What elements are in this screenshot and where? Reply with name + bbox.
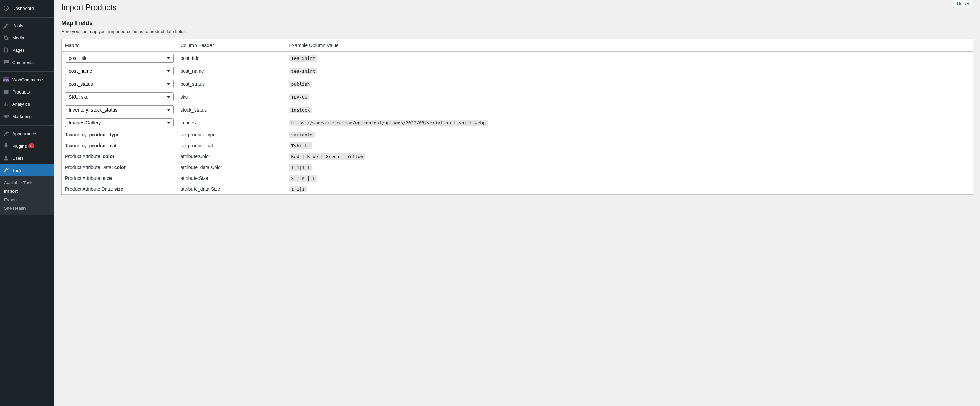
- column-header-cell: stock_status: [177, 103, 286, 116]
- map-fields-table: Map to Column Header Example Column Valu…: [61, 39, 973, 195]
- sidebar-item-media[interactable]: Media: [0, 32, 54, 44]
- column-header-cell: post_title: [177, 52, 286, 65]
- example-value: S | M | L: [290, 175, 317, 182]
- sidebar-item-marketing[interactable]: Marketing: [0, 110, 54, 123]
- map-to-select[interactable]: post_title: [65, 54, 174, 62]
- map-to-static-label: Product Attribute: size: [65, 175, 174, 182]
- sidebar-item-label: Tools: [12, 168, 22, 173]
- table-row: post_statuspost_statuspublish: [62, 78, 973, 91]
- sidebar-item-woocommerce[interactable]: woo WooCommerce: [0, 73, 54, 86]
- sidebar-separator: [0, 124, 54, 126]
- brush-icon: [3, 130, 10, 137]
- megaphone-icon: [3, 113, 10, 120]
- sidebar-item-pages[interactable]: Pages: [0, 44, 54, 56]
- sidebar-separator: [0, 16, 54, 18]
- sidebar-item-dashboard[interactable]: Dashboard: [0, 2, 54, 14]
- sub-item-import[interactable]: Import: [0, 187, 54, 196]
- sidebar-item-label: Users: [12, 156, 24, 161]
- page-icon: [3, 46, 10, 53]
- table-row: Inventory: stock_statusstock_statusinsto…: [62, 103, 973, 116]
- sidebar-item-appearance[interactable]: Appearance: [0, 127, 54, 140]
- sub-item-available-tools[interactable]: Available Tools: [0, 178, 54, 187]
- main-content: Help ▾ Import Products Map Fields Here y…: [54, 0, 980, 406]
- map-to-select[interactable]: post_name: [65, 67, 174, 75]
- column-header-cell: sku: [177, 91, 286, 103]
- map-to-select[interactable]: Inventory: stock_status: [65, 105, 174, 114]
- sidebar-submenu-tools: Available Tools Import Export Site Healt…: [0, 177, 54, 215]
- column-header-cell: attribute:Size: [177, 173, 286, 184]
- sidebar-item-plugins[interactable]: Plugins 6: [0, 140, 54, 152]
- wrench-icon: [3, 167, 10, 174]
- example-value: variable: [290, 132, 315, 138]
- th-column-header: Column Header: [177, 39, 286, 52]
- sidebar-item-label: Media: [12, 35, 24, 40]
- map-to-static-label: Taxonomy: product_cat: [65, 142, 174, 149]
- sidebar-item-label: WooCommerce: [12, 77, 43, 82]
- dashboard-icon: [3, 5, 10, 11]
- sidebar-item-analytics[interactable]: Analytics: [0, 98, 54, 110]
- example-value: 1|1|1|1: [290, 164, 312, 171]
- plug-icon: [3, 142, 10, 149]
- example-value: TEA-OG: [290, 94, 309, 100]
- column-header-cell: images: [177, 116, 286, 129]
- comment-icon: [3, 59, 10, 65]
- map-to-static-label: Product Attribute: color: [65, 153, 174, 160]
- column-header-cell: attribute:Color: [177, 151, 286, 162]
- help-button[interactable]: Help ▾: [953, 0, 973, 8]
- table-row: Product Attribute: colorattribute:ColorR…: [62, 151, 973, 162]
- user-icon: [3, 155, 10, 161]
- page-title: Import Products: [61, 0, 973, 14]
- sidebar-item-users[interactable]: Users: [0, 152, 54, 164]
- example-value: https://woocommerce.com/wp-content/uploa…: [290, 120, 488, 126]
- sidebar-item-label: Posts: [12, 23, 24, 28]
- th-map-to: Map to: [62, 39, 177, 52]
- sub-item-site-health[interactable]: Site Health: [0, 204, 54, 213]
- archive-icon: [3, 88, 10, 95]
- map-to-select[interactable]: Images/Gallery: [65, 118, 174, 127]
- table-row: post_titlepost_titleTea Shirt: [62, 52, 973, 65]
- th-example: Example Column Value: [286, 39, 973, 52]
- table-row: Product Attribute Data: sizeattribute_da…: [62, 184, 973, 195]
- column-header-cell: post_status: [177, 78, 286, 91]
- sidebar-item-tools[interactable]: Tools: [0, 164, 54, 177]
- example-value: Tshirts: [290, 142, 312, 149]
- table-row: Images/Galleryimageshttps://woocommerce.…: [62, 116, 973, 129]
- map-to-static-label: Product Attribute Data: size: [65, 186, 174, 193]
- section-description: Here you can map your imported columns t…: [61, 29, 973, 34]
- map-to-select[interactable]: SKU: sku: [65, 92, 174, 101]
- media-icon: [3, 34, 10, 41]
- table-row: post_namepost_nametea-shirt: [62, 65, 973, 78]
- sidebar-item-comments[interactable]: Comments: [0, 56, 54, 68]
- sidebar-item-label: Analytics: [12, 102, 30, 107]
- sidebar-item-label: Dashboard: [12, 6, 34, 11]
- map-to-select[interactable]: post_status: [65, 80, 174, 88]
- column-header-cell: post_name: [177, 65, 286, 78]
- table-row: SKU: skuskuTEA-OG: [62, 91, 973, 103]
- example-value: instock: [290, 107, 312, 113]
- sidebar-separator: [0, 70, 54, 72]
- sidebar-item-label: Pages: [12, 48, 25, 53]
- sidebar-item-posts[interactable]: Posts: [0, 19, 54, 32]
- table-row: Product Attribute Data: colorattribute_d…: [62, 162, 973, 173]
- pin-icon: [3, 22, 10, 29]
- column-header-cell: attribute_data:Size: [177, 184, 286, 195]
- sidebar-item-label: Marketing: [12, 114, 32, 119]
- sidebar-item-label: Comments: [12, 60, 33, 65]
- table-row: Taxonomy: product_typetax:product_typeva…: [62, 129, 973, 140]
- table-row: Product Attribute: sizeattribute:SizeS |…: [62, 173, 973, 184]
- sub-item-export[interactable]: Export: [0, 196, 54, 204]
- column-header-cell: attribute_data:Color: [177, 162, 286, 173]
- example-value: Red | Blue | Green | Yellow: [290, 153, 365, 160]
- sidebar-item-label: Appearance: [12, 131, 36, 136]
- sidebar-item-products[interactable]: Products: [0, 86, 54, 98]
- admin-sidebar: Dashboard Posts Media Pages Comments woo…: [0, 0, 54, 406]
- table-row: Taxonomy: product_cattax:product_catTshi…: [62, 140, 973, 151]
- example-value: Tea Shirt: [290, 55, 317, 62]
- chart-icon: [3, 101, 10, 107]
- map-to-static-label: Taxonomy: product_type: [65, 131, 174, 138]
- map-to-static-label: Product Attribute Data: color: [65, 164, 174, 171]
- sidebar-item-label: Plugins: [12, 143, 27, 149]
- sidebar-item-label: Products: [12, 89, 30, 94]
- example-value: 1|1|1: [290, 186, 307, 193]
- section-title: Map Fields: [61, 20, 973, 27]
